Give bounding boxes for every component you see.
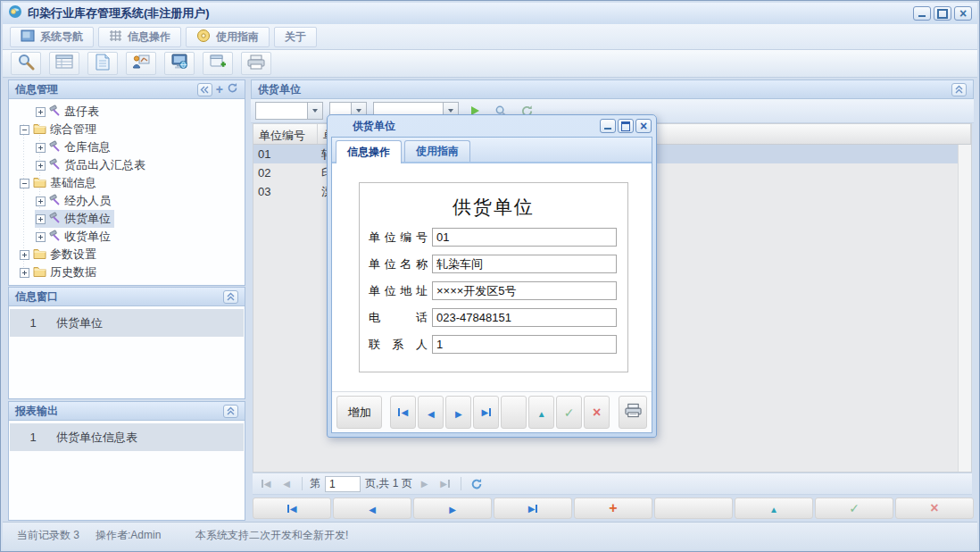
add-panel-icon[interactable] [216,83,223,96]
dialog-minimize-button[interactable] [600,119,616,133]
phone-input[interactable] [432,308,617,327]
monitor-button[interactable] [164,52,195,75]
tree-item-receivers[interactable]: 收货单位 [9,228,245,246]
page-last-button[interactable] [437,476,453,492]
panel-info-window-header: 信息窗口 [9,288,245,306]
table-view-button[interactable] [49,52,79,75]
menu-item-user-guide[interactable]: 使用指南 [186,27,270,47]
prev-record-icon [369,500,376,516]
nav-last-button[interactable] [473,396,499,429]
page-title: 供货单位 [258,82,301,97]
printer-icon [625,403,642,422]
page-number-input[interactable] [325,476,361,492]
search-button[interactable] [11,52,41,75]
dialog-titlebar[interactable]: 供货单位 [328,115,656,137]
dialog-content: 供货单位 单位编号 单位名称 单位地址 电 话 联 系 人 [332,163,652,391]
unit-name-input[interactable] [432,255,617,273]
contact-input[interactable] [432,335,617,354]
record-prev-button[interactable] [333,498,411,519]
record-next-button[interactable] [413,498,492,519]
app-icon [8,4,22,22]
record-first-button[interactable] [253,498,331,519]
record-save-button[interactable] [815,498,893,519]
app-window: 印染行业库存管理系统(非注册用户) 系统导航 信息操作 使用指南 关于 [0,0,980,552]
tool-icon [49,193,61,209]
dialog-maximize-button[interactable] [618,119,634,133]
document-button[interactable] [87,52,118,75]
cancel-icon [593,405,601,421]
expand-icon[interactable] [36,143,46,153]
tree-item-suppliers[interactable]: 供货单位 [9,210,245,228]
collapse-up-button[interactable] [223,405,238,418]
delete-record-button[interactable] [501,396,527,429]
record-add-button[interactable] [574,498,652,519]
tab-info-operation[interactable]: 信息操作 [336,140,402,163]
document-icon [96,54,110,74]
page-next-button[interactable] [417,476,433,492]
refresh-icon[interactable] [227,82,238,96]
menu-item-about[interactable]: 关于 [274,27,317,47]
minimize-button[interactable] [913,6,931,21]
confirm-button[interactable] [556,396,582,429]
tree-item-warehouse-info[interactable]: 仓库信息 [9,138,245,156]
expand-icon[interactable] [36,214,46,224]
tree-folder-comprehensive[interactable]: 综合管理 [9,121,245,138]
tool-icon [49,139,61,155]
collapse-icon[interactable] [20,125,29,135]
personnel-button[interactable] [126,52,156,75]
tree-item-inventory-sheet[interactable]: 盘仔表 [9,103,245,121]
add-record-button[interactable]: 增加 [336,396,382,429]
column-header-unit-code[interactable]: 单位编号 [253,124,318,144]
collapse-icon[interactable] [20,179,29,188]
collapse-up-button[interactable] [223,290,238,304]
vertical-scrollbar[interactable] [958,145,971,472]
expand-icon[interactable] [36,197,46,206]
database-add-button[interactable] [203,52,233,75]
nav-next-button[interactable] [445,396,471,429]
unit-code-input[interactable] [432,228,617,247]
page-first-button[interactable] [258,476,274,492]
tab-user-guide[interactable]: 使用指南 [404,140,470,162]
nav-prev-button[interactable] [418,396,444,429]
menu-bar: 系统导航 信息操作 使用指南 关于 [3,24,977,50]
record-cancel-button[interactable] [895,498,974,519]
expand-icon[interactable] [36,232,46,242]
unit-address-input[interactable] [432,281,617,300]
tree-item-operators[interactable]: 经办人员 [9,192,245,210]
filter-field-select[interactable] [255,102,323,120]
record-last-button[interactable] [494,498,572,519]
next-record-icon [449,500,456,516]
list-item-supplier-window[interactable]: 1 供货单位 [10,309,244,337]
dialog-close-button[interactable] [635,119,652,133]
print-record-button[interactable] [619,396,647,429]
expand-icon[interactable] [20,268,29,278]
expand-icon[interactable] [36,161,46,171]
expand-icon[interactable] [36,107,46,117]
page-prev-button[interactable] [278,476,295,492]
menu-item-info-operation[interactable]: 信息操作 [98,27,181,47]
supplier-form: 供货单位 单位编号 单位名称 单位地址 电 话 联 系 人 [359,182,628,372]
tree-item-goods-summary[interactable]: 货品出入汇总表 [9,156,245,174]
page-refresh-button[interactable] [469,476,485,492]
tree-folder-basic-info[interactable]: 基础信息 [9,174,245,192]
collapse-left-button[interactable] [197,83,212,96]
window-title: 印染行业库存管理系统(非注册用户) [28,5,210,21]
expand-icon[interactable] [20,250,29,260]
collapse-up-button[interactable] [951,83,967,96]
cancel-button[interactable] [584,396,610,429]
unit-name-label: 单位名称 [369,256,428,272]
tree-folder-parameters[interactable]: 参数设置 [9,246,245,263]
dialog-title: 供货单位 [353,119,395,134]
list-item-supplier-report[interactable]: 1 供货单位信息表 [10,423,244,451]
edit-record-button[interactable] [528,396,554,429]
status-bar: 当前记录数 3 操作者:Admin 本系统支持二次开发和全新开发! [3,522,977,549]
print-button[interactable] [241,52,271,75]
record-edit-button[interactable] [735,498,813,519]
nav-first-button[interactable] [390,396,416,429]
restore-button[interactable] [934,6,951,21]
menu-item-system-nav[interactable]: 系统导航 [10,27,94,47]
form-heading: 供货单位 [360,195,627,220]
tree-folder-history[interactable]: 历史数据 [9,263,245,281]
close-button[interactable] [954,6,972,21]
record-delete-button[interactable] [654,498,733,519]
